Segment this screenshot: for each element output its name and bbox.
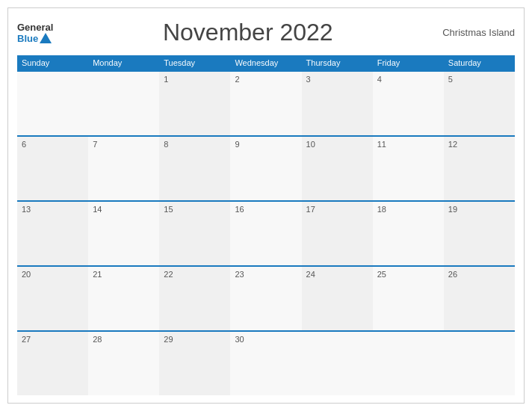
day-cell-12: 12 bbox=[444, 137, 515, 200]
week-row-3: 13 14 15 16 17 18 19 bbox=[17, 200, 515, 265]
day-cell-5: 5 bbox=[444, 72, 515, 135]
day-headers: Sunday Monday Tuesday Wednesday Thursday… bbox=[17, 55, 515, 70]
day-cell-20: 20 bbox=[17, 267, 88, 330]
day-cell-2: 2 bbox=[230, 72, 301, 135]
day-cell-14: 14 bbox=[88, 202, 159, 265]
week-row-2: 6 7 8 9 10 11 12 bbox=[17, 135, 515, 200]
day-cell-17: 17 bbox=[302, 202, 373, 265]
day-cell-9: 9 bbox=[230, 137, 301, 200]
day-cell bbox=[88, 72, 159, 135]
day-cell-21: 21 bbox=[88, 267, 159, 330]
day-cell-22: 22 bbox=[159, 267, 230, 330]
day-cell-27: 27 bbox=[17, 332, 88, 395]
day-cell-4: 4 bbox=[373, 72, 444, 135]
logo-triangle-icon bbox=[40, 33, 52, 43]
calendar-container: General Blue November 2022 Christmas Isl… bbox=[7, 7, 525, 404]
day-cell-29: 29 bbox=[159, 332, 230, 395]
day-cell-3: 3 bbox=[302, 72, 373, 135]
week-row-5: 27 28 29 30 bbox=[17, 330, 515, 395]
day-cell-8: 8 bbox=[159, 137, 230, 200]
logo-blue-area: Blue bbox=[17, 33, 52, 44]
calendar-title: November 2022 bbox=[53, 19, 442, 46]
day-cell bbox=[17, 72, 88, 135]
header-wednesday: Wednesday bbox=[230, 55, 301, 70]
region-label: Christmas Island bbox=[442, 27, 515, 38]
logo-area: General Blue bbox=[17, 22, 53, 44]
calendar-grid: Sunday Monday Tuesday Wednesday Thursday… bbox=[17, 55, 515, 395]
day-cell-10: 10 bbox=[302, 137, 373, 200]
day-cell-6: 6 bbox=[17, 137, 88, 200]
day-cell bbox=[444, 332, 515, 395]
day-cell-16: 16 bbox=[230, 202, 301, 265]
day-cell-23: 23 bbox=[230, 267, 301, 330]
day-cell-28: 28 bbox=[88, 332, 159, 395]
day-cell-24: 24 bbox=[302, 267, 373, 330]
day-cell-15: 15 bbox=[159, 202, 230, 265]
day-cell-11: 11 bbox=[373, 137, 444, 200]
day-cell-18: 18 bbox=[373, 202, 444, 265]
header-monday: Monday bbox=[88, 55, 159, 70]
day-cell-25: 25 bbox=[373, 267, 444, 330]
day-cell bbox=[373, 332, 444, 395]
header-thursday: Thursday bbox=[302, 55, 373, 70]
day-cell bbox=[302, 332, 373, 395]
day-cell-19: 19 bbox=[444, 202, 515, 265]
day-cell-30: 30 bbox=[230, 332, 301, 395]
day-cell-1: 1 bbox=[159, 72, 230, 135]
header-friday: Friday bbox=[373, 55, 444, 70]
day-cell-7: 7 bbox=[88, 137, 159, 200]
header-sunday: Sunday bbox=[17, 55, 88, 70]
logo-general-text: General bbox=[17, 22, 53, 33]
week-row-1: 1 2 3 4 5 bbox=[17, 70, 515, 135]
week-row-4: 20 21 22 23 24 25 26 bbox=[17, 265, 515, 330]
day-cell-13: 13 bbox=[17, 202, 88, 265]
calendar-header: General Blue November 2022 Christmas Isl… bbox=[17, 16, 515, 49]
logo-blue-text: Blue bbox=[17, 33, 38, 44]
header-tuesday: Tuesday bbox=[159, 55, 230, 70]
header-saturday: Saturday bbox=[444, 55, 515, 70]
day-cell-26: 26 bbox=[444, 267, 515, 330]
calendar-weeks: 1 2 3 4 5 6 7 8 9 10 11 12 13 14 15 16 bbox=[17, 70, 515, 395]
